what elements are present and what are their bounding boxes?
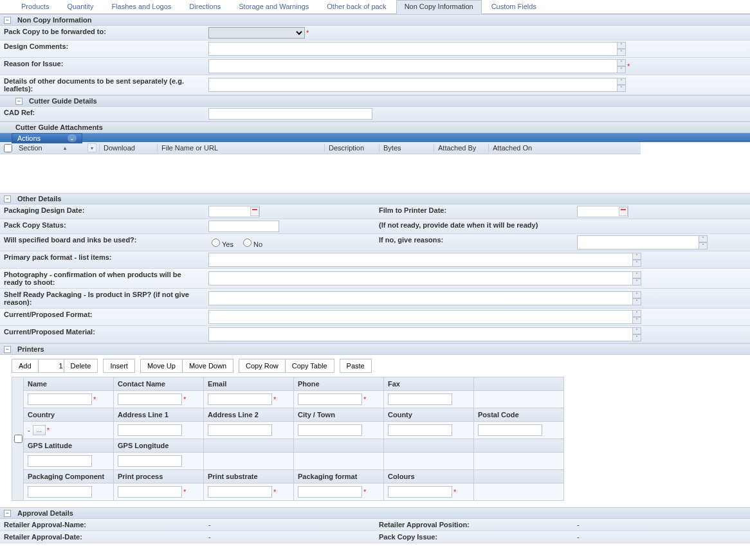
radio-yes-label[interactable]: Yes	[208, 237, 233, 248]
pkg-format-input[interactable]	[298, 486, 362, 498]
pkg-comp-input[interactable]	[28, 486, 92, 498]
fax-input[interactable]	[388, 393, 452, 405]
copytable-button[interactable]: Copy Table	[285, 359, 334, 373]
county-input[interactable]	[388, 424, 452, 436]
col-attached-on[interactable]: Attached On	[489, 144, 572, 152]
pack-forward-select[interactable]	[208, 27, 305, 39]
gps-lon-input[interactable]	[118, 455, 182, 467]
spinner-up[interactable]: ˄	[617, 59, 626, 66]
paste-button[interactable]: Paste	[340, 359, 372, 373]
label-film-printer-date: Film to Printer Date:	[375, 204, 574, 219]
primary-pack-input[interactable]	[208, 253, 633, 267]
collapse-icon[interactable]: −	[4, 17, 11, 24]
srp-input[interactable]	[208, 291, 633, 305]
spinner-up[interactable]: ˄	[699, 235, 708, 242]
name-input[interactable]	[28, 393, 92, 405]
tab-other-back[interactable]: Other back of pack	[318, 0, 394, 14]
spinner-down[interactable]: ˅	[632, 260, 641, 267]
chevron-down-icon[interactable]: ▾	[87, 143, 96, 152]
tab-flashes[interactable]: Flashes and Logos	[103, 0, 179, 14]
label-pack-copy-status: Pack Copy Status:	[0, 219, 206, 233]
insert-button[interactable]: Insert	[103, 359, 135, 373]
collapse-icon[interactable]: −	[15, 98, 23, 105]
cad-ref-input[interactable]	[208, 108, 372, 120]
col-bytes[interactable]: Bytes	[380, 144, 434, 152]
email-input[interactable]	[208, 393, 272, 405]
spinner-down[interactable]: ˅	[632, 317, 641, 324]
collapse-icon[interactable]: −	[4, 346, 11, 353]
city-input[interactable]	[298, 424, 362, 436]
movedown-button[interactable]: Move Down	[182, 359, 233, 373]
col-download[interactable]: Download	[100, 144, 158, 152]
postal-input[interactable]	[478, 424, 542, 436]
radio-no-label[interactable]: No	[240, 237, 262, 248]
tab-quantity[interactable]: Quantity	[59, 0, 102, 14]
print-sub-input[interactable]	[208, 486, 272, 498]
copyrow-button[interactable]: Copy Row	[239, 359, 286, 373]
spinner-down[interactable]: ˅	[617, 49, 626, 56]
radio-no[interactable]	[243, 239, 252, 247]
film-printer-date-input[interactable]	[577, 206, 628, 217]
row-srp: Shelf Ready Packaging - Is product in SR…	[0, 289, 750, 309]
attachments-columns: Section ▲ ▾ Download File Name or URL De…	[0, 142, 641, 154]
spinner-down[interactable]: ˅	[617, 85, 626, 92]
attachments-body	[0, 154, 750, 193]
curr-material-input[interactable]	[208, 327, 633, 341]
if-no-reasons-input[interactable]	[577, 235, 699, 249]
collapse-icon[interactable]: −	[4, 195, 11, 203]
spinner-up[interactable]: ˄	[632, 327, 641, 334]
contact-input[interactable]	[118, 393, 182, 405]
photography-input[interactable]	[208, 271, 633, 285]
delete-button[interactable]: Delete	[64, 359, 98, 373]
lookup-button[interactable]: …	[33, 425, 46, 435]
col-section[interactable]: Section ▲ ▾	[16, 143, 100, 152]
gps-lat-input[interactable]	[28, 455, 92, 467]
reason-issue-input[interactable]	[208, 59, 617, 73]
phone-input[interactable]	[298, 393, 362, 405]
curr-format-input[interactable]	[208, 310, 633, 324]
add-button[interactable]: Add	[12, 359, 39, 373]
spinner-up[interactable]: ˄	[617, 78, 626, 85]
tab-storage[interactable]: Storage and Warnings	[230, 0, 317, 14]
addr2-input[interactable]	[208, 424, 272, 436]
spinner-up[interactable]: ˄	[617, 42, 626, 49]
spinner-down[interactable]: ˅	[699, 242, 708, 249]
tab-custom[interactable]: Custom Fields	[483, 0, 545, 14]
table-row: - … *	[24, 422, 564, 439]
tab-noncopy[interactable]: Non Copy Information	[396, 0, 482, 14]
attachments-area: Actions ⌄ Section ▲ ▾ Download File Name…	[0, 133, 750, 193]
tab-products[interactable]: Products	[13, 0, 57, 14]
tab-directions[interactable]: Directions	[181, 0, 229, 14]
print-proc-input[interactable]	[118, 486, 182, 498]
other-docs-input[interactable]	[208, 78, 617, 92]
col-contact: Contact Name	[114, 377, 204, 391]
tab-bar: Products Quantity Flashes and Logos Dire…	[0, 0, 750, 14]
collapse-icon[interactable]: −	[4, 510, 11, 517]
spinner-up[interactable]: ˄	[632, 253, 641, 260]
select-all-checkbox[interactable]	[4, 144, 12, 152]
row-other-docs: Details of other documents to be sent se…	[0, 75, 750, 95]
colours-input[interactable]	[388, 486, 452, 498]
row-checkbox[interactable]	[14, 435, 23, 443]
pkg-design-date-input[interactable]	[208, 206, 260, 217]
col-description[interactable]: Description	[325, 144, 380, 152]
table-row: * * * *	[24, 391, 564, 408]
spinner-down[interactable]: ˅	[632, 278, 641, 285]
actions-button[interactable]: Actions ⌄	[12, 133, 82, 143]
section-cutter-details-header: − Cutter Guide Details	[0, 95, 750, 107]
col-attached-by[interactable]: Attached By	[434, 144, 489, 152]
spinner-down[interactable]: ˅	[632, 298, 641, 305]
spinner-up[interactable]: ˄	[632, 310, 641, 317]
radio-yes[interactable]	[212, 239, 220, 247]
col-phone: Phone	[294, 377, 384, 391]
moveup-button[interactable]: Move Up	[140, 359, 183, 373]
spinner-down[interactable]: ˅	[617, 66, 626, 73]
addr1-input[interactable]	[118, 424, 182, 436]
spinner-up[interactable]: ˄	[632, 291, 641, 298]
col-filename[interactable]: File Name or URL	[158, 144, 325, 152]
add-qty-input[interactable]	[39, 359, 64, 373]
spinner-down[interactable]: ˅	[632, 334, 641, 341]
design-comments-input[interactable]	[208, 42, 617, 56]
pack-copy-status-input[interactable]	[208, 221, 279, 232]
spinner-up[interactable]: ˄	[632, 271, 641, 278]
